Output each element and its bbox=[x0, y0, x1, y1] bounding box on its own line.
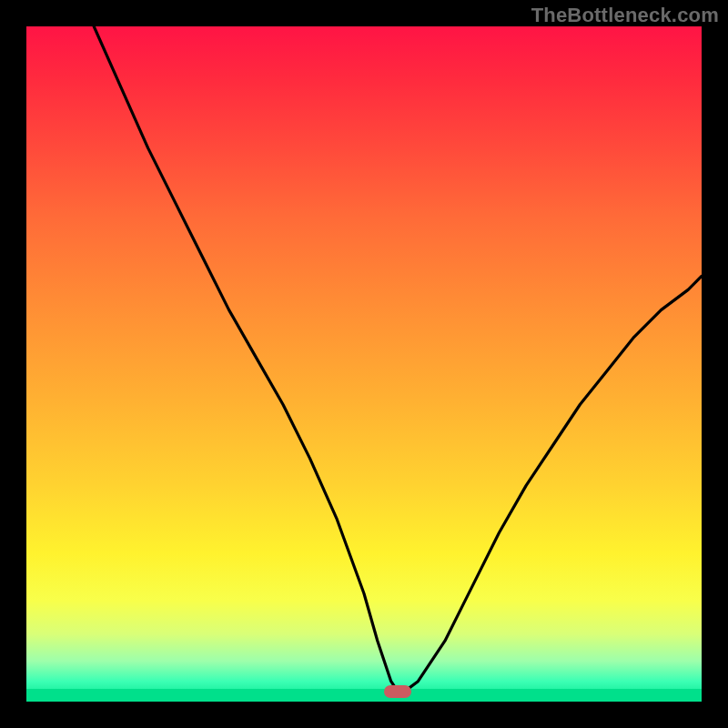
chart-frame: TheBottleneck.com bbox=[0, 0, 728, 728]
line-curve bbox=[26, 26, 702, 702]
watermark-text: TheBottleneck.com bbox=[531, 4, 719, 27]
plot-area bbox=[26, 26, 702, 702]
optimal-point-marker bbox=[384, 685, 411, 698]
